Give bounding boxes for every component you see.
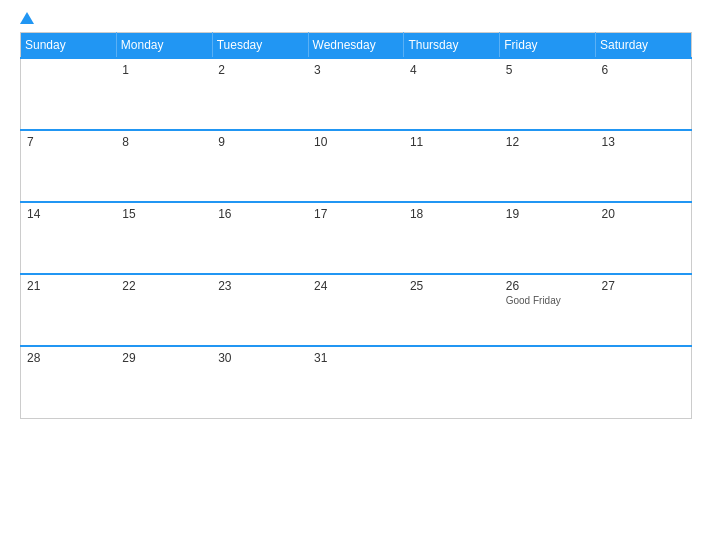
calendar-day-cell: 18 xyxy=(404,202,500,274)
day-number: 31 xyxy=(314,351,398,365)
calendar-day-cell: 3 xyxy=(308,58,404,130)
calendar-week-row: 78910111213 xyxy=(21,130,692,202)
day-number: 5 xyxy=(506,63,590,77)
day-number: 6 xyxy=(602,63,685,77)
logo xyxy=(20,12,36,24)
calendar-day-cell: 2 xyxy=(212,58,308,130)
day-number: 25 xyxy=(410,279,494,293)
calendar-day-cell: 27 xyxy=(596,274,692,346)
calendar-week-row: 14151617181920 xyxy=(21,202,692,274)
calendar-day-cell: 7 xyxy=(21,130,117,202)
day-number: 8 xyxy=(122,135,206,149)
calendar-day-cell: 31 xyxy=(308,346,404,418)
day-number: 20 xyxy=(602,207,685,221)
calendar-day-cell: 16 xyxy=(212,202,308,274)
day-header-thursday: Thursday xyxy=(404,33,500,59)
calendar-day-cell: 12 xyxy=(500,130,596,202)
calendar-day-cell: 15 xyxy=(116,202,212,274)
calendar-day-cell: 17 xyxy=(308,202,404,274)
calendar-day-cell: 23 xyxy=(212,274,308,346)
calendar-day-cell: 10 xyxy=(308,130,404,202)
day-number: 2 xyxy=(218,63,302,77)
calendar-day-cell: 1 xyxy=(116,58,212,130)
day-number: 3 xyxy=(314,63,398,77)
calendar-day-cell: 11 xyxy=(404,130,500,202)
logo-blue-text xyxy=(20,12,36,24)
day-number: 19 xyxy=(506,207,590,221)
calendar-day-cell: 22 xyxy=(116,274,212,346)
day-number: 9 xyxy=(218,135,302,149)
logo-triangle-icon xyxy=(20,12,34,24)
calendar-week-row: 212223242526Good Friday27 xyxy=(21,274,692,346)
calendar-day-cell: 6 xyxy=(596,58,692,130)
day-number: 14 xyxy=(27,207,110,221)
day-number: 4 xyxy=(410,63,494,77)
calendar-day-cell: 4 xyxy=(404,58,500,130)
day-header-tuesday: Tuesday xyxy=(212,33,308,59)
day-number: 26 xyxy=(506,279,590,293)
day-number: 13 xyxy=(602,135,685,149)
calendar-day-cell: 21 xyxy=(21,274,117,346)
day-number: 7 xyxy=(27,135,110,149)
calendar-day-cell: 8 xyxy=(116,130,212,202)
calendar-table: SundayMondayTuesdayWednesdayThursdayFrid… xyxy=(20,32,692,419)
day-number: 28 xyxy=(27,351,110,365)
day-header-monday: Monday xyxy=(116,33,212,59)
day-number: 10 xyxy=(314,135,398,149)
calendar-day-cell: 19 xyxy=(500,202,596,274)
holiday-label: Good Friday xyxy=(506,295,590,306)
calendar-day-cell: 5 xyxy=(500,58,596,130)
day-number: 21 xyxy=(27,279,110,293)
page-header xyxy=(0,0,712,32)
calendar-week-row: 28293031 xyxy=(21,346,692,418)
calendar-day-cell xyxy=(596,346,692,418)
calendar-week-row: 123456 xyxy=(21,58,692,130)
calendar-day-cell: 13 xyxy=(596,130,692,202)
day-number: 24 xyxy=(314,279,398,293)
day-number: 22 xyxy=(122,279,206,293)
day-number: 23 xyxy=(218,279,302,293)
calendar-day-cell: 14 xyxy=(21,202,117,274)
calendar-day-cell: 20 xyxy=(596,202,692,274)
day-number: 27 xyxy=(602,279,685,293)
calendar-day-cell: 26Good Friday xyxy=(500,274,596,346)
calendar-day-cell: 9 xyxy=(212,130,308,202)
day-header-friday: Friday xyxy=(500,33,596,59)
day-header-saturday: Saturday xyxy=(596,33,692,59)
calendar-header-row: SundayMondayTuesdayWednesdayThursdayFrid… xyxy=(21,33,692,59)
day-number: 11 xyxy=(410,135,494,149)
calendar-day-cell: 25 xyxy=(404,274,500,346)
day-number: 17 xyxy=(314,207,398,221)
calendar-day-cell: 29 xyxy=(116,346,212,418)
calendar-day-cell xyxy=(404,346,500,418)
day-number: 1 xyxy=(122,63,206,77)
calendar-day-cell: 30 xyxy=(212,346,308,418)
day-number: 16 xyxy=(218,207,302,221)
calendar-day-cell xyxy=(21,58,117,130)
day-number: 29 xyxy=(122,351,206,365)
day-number: 18 xyxy=(410,207,494,221)
calendar-day-cell xyxy=(500,346,596,418)
day-number: 15 xyxy=(122,207,206,221)
day-number: 30 xyxy=(218,351,302,365)
calendar-day-cell: 28 xyxy=(21,346,117,418)
day-header-wednesday: Wednesday xyxy=(308,33,404,59)
calendar-day-cell: 24 xyxy=(308,274,404,346)
day-number: 12 xyxy=(506,135,590,149)
day-header-sunday: Sunday xyxy=(21,33,117,59)
